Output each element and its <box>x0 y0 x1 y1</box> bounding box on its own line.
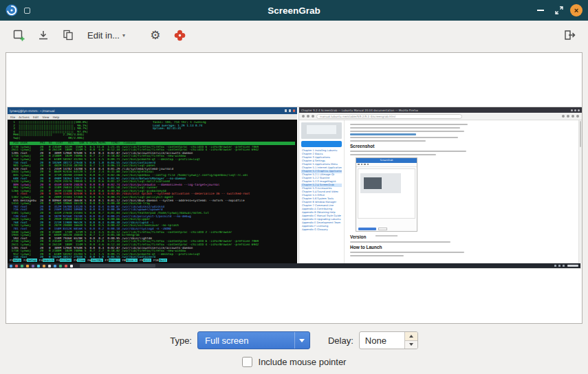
editor-app-button[interactable] <box>170 25 190 45</box>
firefox-page-content: Screenshot ScreenGrab <box>345 120 578 263</box>
capture-options-row: Type: Full screen Delay: None <box>0 331 588 349</box>
taskbar-icon <box>54 265 56 267</box>
htop-header-row: PID USER PRI NI VIRT RES SHR S CPU% MEM%… <box>10 142 295 145</box>
extensions-icon <box>567 115 569 118</box>
edit-in-button[interactable]: Edit in... ▾ <box>83 25 130 45</box>
taskbar-icon <box>59 265 62 267</box>
taskbar-icon <box>21 265 23 267</box>
firefox-toolbar: manual.lubuntu.me/stable/5/5.2/5.2.4/scr… <box>299 113 582 120</box>
fkey-label: F10Quit <box>153 258 167 262</box>
edit-in-label: Edit in... <box>87 30 120 41</box>
minimize-button[interactable] <box>533 3 548 18</box>
pointer-option-row: Include mouse pointer <box>0 353 588 371</box>
url-bar: manual.lubuntu.me/stable/5/5.2/5.2.4/scr… <box>316 114 462 119</box>
titlebar: ScreenGrab × <box>0 0 588 21</box>
fkey-label: F2Setup <box>23 258 37 262</box>
app-icon <box>6 4 18 16</box>
fkey-label: F9Kill <box>140 258 151 262</box>
minimize-icon <box>537 10 544 11</box>
taskbar-clock <box>567 265 578 267</box>
fkey-label: F8Nice + <box>122 258 138 262</box>
preview-panel: lynwoj@lyn-mmm: ~/manual File Actions Ed… <box>6 52 582 324</box>
taskbar-icon <box>65 265 67 267</box>
include-pointer-label: Include mouse pointer <box>259 357 347 367</box>
sidebar-search-box <box>301 141 342 147</box>
screengrab-window: ScreenGrab × <box>0 0 588 374</box>
taskbar-icon <box>48 265 51 267</box>
embedded-screenshot: ScreenGrab <box>356 157 417 232</box>
desktop-taskbar-icons <box>10 265 73 267</box>
window-controls: × <box>530 3 582 18</box>
delay-value: None <box>365 336 386 346</box>
terminal-body: 1 [|||||||||||||||||||||||||||||||100.0%… <box>8 120 297 263</box>
chevron-down-icon: ▾ <box>122 32 125 38</box>
include-pointer-checkbox[interactable] <box>242 357 252 367</box>
taskbar-icon <box>70 265 73 267</box>
delay-spinbox[interactable]: None <box>359 331 418 349</box>
new-screenshot-button[interactable] <box>8 25 29 45</box>
window-title: ScreenGrab <box>0 6 588 16</box>
htop-stats: Tasks: 104, 714 thr; 1 runningLoad avera… <box>153 121 206 140</box>
copy-button[interactable] <box>58 25 78 45</box>
firefox-title: Chapter 5.2.4 ScreenGrab — Lubuntu Manua… <box>301 109 418 112</box>
window-menu-icon[interactable] <box>24 8 30 14</box>
htop-meters: 1 [|||||||||||||||||||||||||||||||100.0%… <box>10 121 153 140</box>
save-icon <box>37 29 50 41</box>
terminal-title: lynwoj@lyn-mmm: ~/manual <box>10 109 55 113</box>
taskbar-active-window <box>80 264 155 267</box>
combo-chevron-down-icon <box>294 332 309 349</box>
firefox-titlebar: Chapter 5.2.4 ScreenGrab — Lubuntu Manua… <box>299 107 582 113</box>
desktop-taskbar <box>8 263 580 268</box>
manual-logo <box>301 122 342 139</box>
gear-icon: ⚙ <box>150 30 160 41</box>
copy-icon <box>62 29 74 41</box>
spin-down-button[interactable] <box>405 341 417 349</box>
type-combobox[interactable]: Full screen <box>197 331 310 349</box>
type-label: Type: <box>170 336 192 346</box>
htop-stat-line: Uptime: 02:31:31 <box>153 127 206 131</box>
firefox-sidebar: Chapter 1 Installing LubuntuChapter 2 Ba… <box>299 120 345 263</box>
fkey-label: F5Tree <box>74 258 85 262</box>
taskbar-icon <box>32 265 34 267</box>
embedded-preview-area <box>358 168 415 219</box>
embedded-toolbar <box>356 163 417 167</box>
new-screenshot-icon <box>12 29 25 42</box>
reload-icon <box>312 115 314 118</box>
settings-button[interactable]: ⚙ <box>145 25 166 45</box>
embedded-controls <box>356 220 417 231</box>
terminal-titlebar: lynwoj@lyn-mmm: ~/manual <box>8 107 297 114</box>
preview-terminal-window: lynwoj@lyn-mmm: ~/manual File Actions Ed… <box>8 107 297 263</box>
fkey-label: F6SortBy <box>87 258 102 262</box>
exit-door-icon <box>563 29 576 41</box>
taskbar-icon <box>43 265 45 267</box>
htop-meter-line: Swp[ 0K/2.00G] <box>10 137 153 140</box>
htop-fkeys: F1HelpF2SetupF3SearchF4FilterF5TreeF6Sor… <box>10 258 295 262</box>
taskbar-icon <box>10 265 12 267</box>
delay-label: Delay: <box>328 336 353 346</box>
maximize-button[interactable] <box>552 3 567 18</box>
toc-item: Appendix G Glossary <box>301 228 342 232</box>
section-heading-launch: How to Launch <box>350 245 472 250</box>
page-heading: Screenshot <box>350 144 472 148</box>
quit-button[interactable] <box>559 25 580 45</box>
fkey-label: F1Help <box>10 258 21 262</box>
section-heading-version: Version <box>350 234 472 239</box>
taskbar-icon <box>26 265 29 267</box>
fkey-label: F3Search <box>39 258 54 262</box>
firefox-toc: Chapter 1 Installing LubuntuChapter 2 Ba… <box>301 149 342 232</box>
account-icon <box>571 115 574 118</box>
firefox-window-buttons <box>571 109 580 111</box>
fkey-label: F4Filter <box>56 258 72 262</box>
process-row: 734 root 20 0 1026M 38172 27648 S 0.0 1.… <box>10 256 295 258</box>
htop-rows: 2738 lynwoj 20 0 2354M 422M 156M S 6.5 1… <box>10 146 295 258</box>
spin-buttons <box>404 332 417 349</box>
spin-up-button[interactable] <box>405 332 417 341</box>
back-icon <box>302 115 305 118</box>
screenshot-preview: lynwoj@lyn-mmm: ~/manual File Actions Ed… <box>7 107 581 269</box>
editor-app-icon <box>173 29 186 42</box>
save-button[interactable] <box>33 25 54 45</box>
type-value: Full screen <box>205 336 249 346</box>
close-button[interactable]: × <box>570 4 582 16</box>
preview-firefox-window: Chapter 5.2.4 ScreenGrab — Lubuntu Manua… <box>298 107 582 263</box>
terminal-menubar: File Actions Edit View Help <box>8 114 297 120</box>
